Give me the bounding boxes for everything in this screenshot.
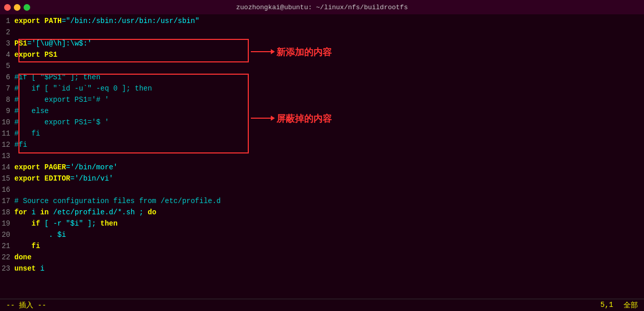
titlebar: zuozhongkai@ubuntu: ~/linux/nfs/buildroo… [0,0,644,14]
line-num-13: 13 [0,152,14,160]
statusbar: -- 插入 -- 5,1 全部 [0,299,644,311]
line-18: 18 for i in /etc/profile.d/*.sh ; do [0,208,644,219]
line-content-18: for i in /etc/profile.d/*.sh ; do [14,208,156,216]
line-15: 15 export EDITOR='/bin/vi' [0,174,644,185]
annotation-blocked-content-label: 屏蔽掉的内容 [276,113,332,125]
line-num-18: 18 [0,208,14,216]
line-8: 8 # export PS1='# ' [0,95,644,106]
line-num-12: 12 [0,141,14,149]
statusbar-right: 5,1 全部 [600,301,638,310]
line-content-7: # if [ "`id -u`" -eq 0 ]; then [14,84,152,93]
line-11: 11 # fi [0,129,644,140]
line-num-9: 9 [0,107,14,115]
line-num-21: 21 [0,242,14,250]
line-20: 20 . $i [0,230,644,241]
editor-mode: -- 插入 -- [6,301,46,310]
line-num-7: 7 [0,84,14,93]
line-content-23: unset i [14,264,45,273]
line-content-20: . $i [14,231,66,239]
line-content-1: export PATH="/bin:/sbin:/usr/bin:/usr/sb… [14,17,199,25]
line-num-1: 1 [0,17,14,25]
line-1: 1 export PATH="/bin:/sbin:/usr/bin:/usr/… [0,16,644,28]
line-num-22: 22 [0,253,14,261]
line-content-4: export PS1 [14,51,57,59]
line-19: 19 if [ -r "$i" ]; then [0,219,644,230]
line-content-11: # fi [14,129,40,138]
line-content-19: if [ -r "$i" ]; then [14,219,118,228]
line-content-10: # export PS1='$ ' [14,118,109,126]
line-content-15: export EDITOR='/bin/vi' [14,174,113,183]
line-content-9: # else [14,107,49,115]
window-title: zuozhongkai@ubuntu: ~/linux/nfs/buildroo… [236,4,407,11]
annotation-new-content-label: 新添加的内容 [276,46,332,58]
line-6: 6 #if [ "$PS1" ]; then [0,73,644,84]
cursor-position: 5,1 [600,301,613,310]
line-num-10: 10 [0,118,14,126]
line-content-8: # export PS1='# ' [14,96,109,104]
line-2: 2 [0,28,644,39]
minimize-button[interactable] [14,4,20,11]
line-content-12: #fi [14,141,27,149]
line-num-4: 4 [0,51,14,59]
line-21: 21 fi [0,241,644,253]
line-num-5: 5 [0,62,14,70]
line-num-2: 2 [0,28,14,36]
line-num-8: 8 [0,96,14,104]
line-num-16: 16 [0,186,14,194]
line-17: 17 # Source configuration files from /et… [0,196,644,208]
line-16: 16 [0,185,644,196]
maximize-button[interactable] [24,4,30,11]
line-content-17: # Source configuration files from /etc/p… [14,197,221,205]
annotation-new-content: 新添加的内容 [251,46,332,58]
line-content-6: #if [ "$PS1" ]; then [14,73,100,81]
line-content-14: export PAGER='/bin/more' [14,163,118,171]
line-num-19: 19 [0,219,14,228]
line-23: 23 unset i [0,264,644,275]
line-num-23: 23 [0,264,14,273]
annotation-blocked-content: 屏蔽掉的内容 [251,113,332,125]
line-12: 12 #fi [0,140,644,151]
line-num-11: 11 [0,129,14,138]
line-content-21: fi [14,242,40,250]
line-5: 5 [0,61,644,73]
line-13: 13 [0,151,644,163]
line-num-6: 6 [0,73,14,81]
line-22: 22 done [0,253,644,264]
line-content-22: done [14,253,32,261]
view-status: 全部 [624,301,638,310]
editor-area[interactable]: 1 export PATH="/bin:/sbin:/usr/bin:/usr/… [0,14,644,299]
line-num-20: 20 [0,231,14,239]
close-button[interactable] [4,4,11,11]
line-num-3: 3 [0,39,14,48]
line-14: 14 export PAGER='/bin/more' [0,163,644,174]
line-num-14: 14 [0,163,14,171]
line-content-3: PS1='[\u@\h]:\w$:' [14,39,92,48]
line-num-15: 15 [0,174,14,183]
line-7: 7 # if [ "`id -u`" -eq 0 ]; then [0,84,644,95]
line-num-17: 17 [0,197,14,205]
